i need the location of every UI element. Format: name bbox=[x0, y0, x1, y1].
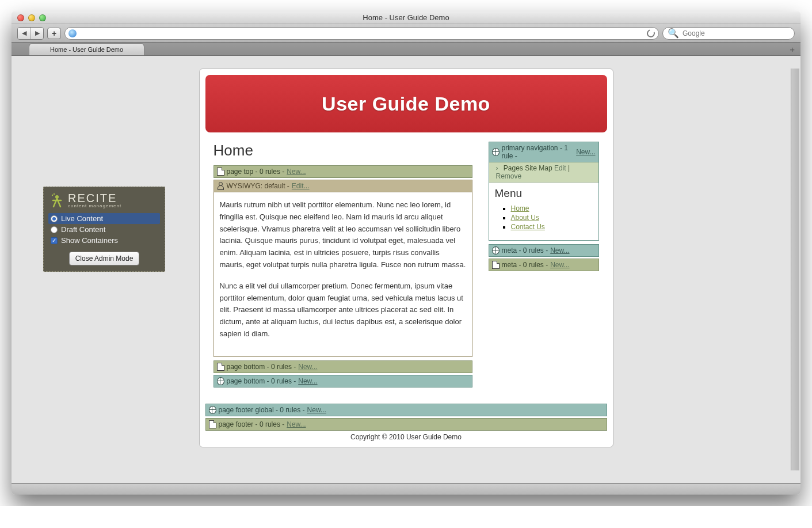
address-bar[interactable] bbox=[64, 27, 659, 40]
new-link[interactable]: New... bbox=[298, 377, 317, 385]
window-controls bbox=[12, 14, 46, 21]
document-icon bbox=[217, 168, 224, 176]
site-banner: User Guide Demo bbox=[205, 75, 607, 132]
container-wysiwyg[interactable]: WYSIWYG: default - Edit... bbox=[214, 180, 472, 192]
menu-link-contact[interactable]: Contact Us bbox=[511, 223, 545, 231]
admin-panel: RECITE content management Live Content D… bbox=[43, 187, 165, 272]
bookmark-button[interactable]: + bbox=[47, 28, 61, 39]
menu-block: Menu Home About Us Contact Us bbox=[489, 183, 598, 240]
footer-containers: page footer global - 0 rules - New... pa… bbox=[205, 404, 607, 431]
new-tab-button[interactable]: + bbox=[790, 44, 795, 54]
document-icon bbox=[217, 363, 224, 371]
container-label: page top - 0 rules - bbox=[227, 168, 285, 176]
container-page-bottom-global[interactable]: page bottom - 0 rules - New... bbox=[214, 375, 472, 388]
document-icon bbox=[209, 420, 216, 428]
svg-point-1 bbox=[52, 194, 53, 195]
search-box[interactable]: 🔍 bbox=[662, 27, 795, 40]
container-primary-nav-header[interactable]: primary navigation - 1 rule - New... bbox=[489, 142, 598, 162]
sitemap-label: Pages Site Map bbox=[504, 164, 552, 172]
brand-logo: RECITE content management bbox=[48, 191, 160, 213]
new-link[interactable]: New... bbox=[550, 261, 569, 269]
zoom-window-button[interactable] bbox=[39, 14, 46, 21]
minimize-window-button[interactable] bbox=[28, 14, 35, 21]
globe-icon bbox=[492, 246, 500, 254]
nav-buttons: ◀ ▶ bbox=[17, 27, 44, 40]
menu-item: About Us bbox=[511, 214, 593, 222]
edit-link[interactable]: Edit... bbox=[292, 182, 310, 190]
sitemap-row: › Pages Site Map Edit | Remove bbox=[489, 162, 598, 183]
menu-heading: Menu bbox=[495, 187, 593, 200]
window-title: Home - User Guide Demo bbox=[12, 13, 800, 22]
new-link[interactable]: New... bbox=[576, 148, 595, 156]
scrollbar[interactable] bbox=[791, 69, 799, 470]
sitemap-edit-link[interactable]: Edit bbox=[554, 164, 566, 172]
sidebar-column: primary navigation - 1 rule - New... › P… bbox=[489, 142, 599, 388]
browser-window: Home - User Guide Demo ◀ ▶ + 🔍 Home - Us… bbox=[12, 12, 800, 495]
new-link[interactable]: New... bbox=[298, 363, 317, 371]
search-icon: 🔍 bbox=[668, 28, 679, 39]
container-label: meta - 0 rules - bbox=[502, 246, 548, 254]
document-icon bbox=[492, 261, 500, 269]
content-body: Mauris rutrum nibh ut velit porttitor el… bbox=[214, 192, 472, 357]
checkbox-show-containers[interactable]: Show Containers bbox=[48, 235, 160, 246]
container-meta[interactable]: meta - 0 rules - New... bbox=[489, 259, 599, 271]
status-bar bbox=[12, 483, 800, 495]
container-label: primary navigation - 1 rule - bbox=[502, 144, 574, 160]
globe-icon bbox=[492, 148, 500, 156]
new-link[interactable]: New... bbox=[307, 406, 326, 414]
menu-link-about[interactable]: About Us bbox=[511, 214, 539, 222]
copyright-text: Copyright © 2010 User Guide Demo bbox=[205, 431, 607, 446]
globe-icon bbox=[209, 406, 216, 414]
container-meta-global[interactable]: meta - 0 rules - New... bbox=[489, 244, 599, 257]
menu-item: Contact Us bbox=[511, 223, 593, 231]
page-container: User Guide Demo Home page top - 0 rules … bbox=[199, 69, 613, 447]
radio-label: Live Content bbox=[61, 214, 103, 223]
main-column: Home page top - 0 rules - New... WYSIWYG… bbox=[214, 142, 472, 388]
checkbox-label: Show Containers bbox=[61, 236, 118, 245]
radio-draft-content[interactable]: Draft Content bbox=[48, 224, 160, 235]
radio-icon bbox=[51, 226, 58, 233]
container-label: meta - 0 rules - bbox=[502, 261, 548, 269]
separator: | bbox=[568, 164, 570, 172]
site-icon bbox=[68, 29, 77, 37]
radio-live-content[interactable]: Live Content bbox=[48, 213, 160, 224]
container-label: WYSIWYG: default - bbox=[227, 182, 289, 190]
close-window-button[interactable] bbox=[17, 14, 24, 21]
tab-bar: Home - User Guide Demo + bbox=[12, 43, 800, 56]
titlebar: Home - User Guide Demo bbox=[12, 12, 800, 24]
menu-item: Home bbox=[511, 204, 593, 212]
chevron-right-icon: › bbox=[496, 164, 498, 172]
close-admin-button[interactable]: Close Admin Mode bbox=[69, 252, 140, 265]
container-footer-global[interactable]: page footer global - 0 rules - New... bbox=[205, 404, 607, 416]
menu-list: Home About Us Contact Us bbox=[495, 204, 593, 231]
radio-label: Draft Content bbox=[61, 225, 105, 234]
container-page-top[interactable]: page top - 0 rules - New... bbox=[214, 165, 472, 178]
body-paragraph: Nunc a elit vel dui ullamcorper pretium.… bbox=[220, 280, 466, 340]
brand-tagline: content management bbox=[68, 203, 121, 208]
reload-icon[interactable] bbox=[646, 28, 657, 39]
viewport: RECITE content management Live Content D… bbox=[12, 69, 800, 483]
search-input[interactable] bbox=[683, 29, 790, 37]
container-page-bottom[interactable]: page bottom - 0 rules - New... bbox=[214, 360, 472, 373]
sitemap-remove-link[interactable]: Remove bbox=[496, 172, 522, 180]
container-label: page footer - 0 rules - bbox=[219, 420, 285, 428]
new-link[interactable]: New... bbox=[287, 420, 306, 428]
menu-link-home[interactable]: Home bbox=[511, 204, 529, 212]
new-link[interactable]: New... bbox=[550, 246, 569, 254]
container-label: page bottom - 0 rules - bbox=[227, 363, 296, 371]
svg-point-2 bbox=[54, 193, 55, 194]
new-link[interactable]: New... bbox=[287, 168, 306, 176]
container-footer[interactable]: page footer - 0 rules - New... bbox=[205, 418, 607, 431]
container-label: page bottom - 0 rules - bbox=[227, 377, 296, 385]
container-label: page footer global - 0 rules - bbox=[219, 406, 305, 414]
forward-button[interactable]: ▶ bbox=[31, 28, 43, 39]
back-button[interactable]: ◀ bbox=[18, 28, 31, 39]
radio-icon bbox=[51, 215, 58, 222]
browser-toolbar: ◀ ▶ + 🔍 bbox=[12, 24, 800, 43]
tab-active[interactable]: Home - User Guide Demo bbox=[29, 43, 144, 55]
page-title: Home bbox=[214, 142, 472, 159]
container-primary-nav: primary navigation - 1 rule - New... › P… bbox=[489, 142, 599, 241]
globe-icon bbox=[217, 377, 224, 385]
checkbox-icon bbox=[51, 237, 58, 244]
recite-mark-icon bbox=[49, 193, 64, 208]
